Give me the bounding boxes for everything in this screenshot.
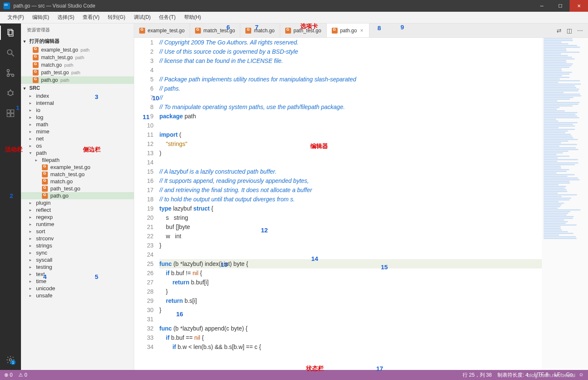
- file-tree: ▸index▸internal▸io▸log▸math▸mime▸net▸os▾…: [21, 92, 134, 370]
- chevron-icon: ▸: [29, 272, 34, 276]
- open-editor-item[interactable]: path.go path: [21, 76, 134, 84]
- editor-group: example_test.gomatch_test.gomatch.gopath…: [134, 23, 588, 370]
- file-item[interactable]: example_test.go: [21, 164, 134, 171]
- folder-item[interactable]: ▸net: [21, 135, 134, 142]
- status-eol[interactable]: LF: [554, 372, 560, 379]
- status-encoding[interactable]: UTF-8: [534, 372, 549, 379]
- open-editor-item[interactable]: match.go path: [21, 61, 134, 69]
- source-control-icon[interactable]: [5, 67, 16, 79]
- settings-gear-icon[interactable]: 1: [5, 354, 16, 366]
- svg-point-5: [12, 74, 14, 77]
- status-warnings[interactable]: ⚠ 0: [18, 372, 27, 378]
- status-language[interactable]: Go: [566, 372, 573, 379]
- folder-item[interactable]: ▸filepath: [21, 156, 134, 164]
- folder-item[interactable]: ▸unicode: [21, 285, 134, 292]
- open-editors-header[interactable]: ▾打开的编辑器: [21, 36, 134, 46]
- chevron-icon: ▸: [29, 129, 34, 134]
- folder-item[interactable]: ▸syscall: [21, 256, 134, 263]
- menu-item[interactable]: 任务(T): [156, 12, 179, 23]
- folder-item[interactable]: ▸strings: [21, 242, 134, 249]
- open-editors-list: example_test.go pathmatch_test.go pathma…: [21, 46, 134, 84]
- chevron-icon: ▸: [29, 229, 34, 234]
- go-file-icon: [42, 164, 48, 170]
- folder-item[interactable]: ▸strconv: [21, 235, 134, 242]
- folder-item[interactable]: ▸sync: [21, 249, 134, 256]
- chevron-icon: ▸: [29, 208, 34, 212]
- editor-tab[interactable]: path.go×: [327, 23, 369, 37]
- split-icon[interactable]: ◫: [567, 27, 572, 34]
- folder-item[interactable]: ▸index: [21, 92, 134, 99]
- menu-item[interactable]: 帮助(H): [181, 12, 205, 23]
- more-icon[interactable]: ⋯: [577, 27, 583, 34]
- folder-item[interactable]: ▸mime: [21, 128, 134, 135]
- file-item[interactable]: match_test.go: [21, 171, 134, 178]
- folder-item[interactable]: ▸plugin: [21, 199, 134, 206]
- go-file-icon: [42, 186, 48, 192]
- go-file-icon: [42, 172, 48, 177]
- file-item[interactable]: match.go: [21, 178, 134, 185]
- go-file-icon: [33, 70, 39, 75]
- debug-icon[interactable]: [5, 87, 16, 99]
- compare-icon[interactable]: ⇄: [557, 27, 562, 34]
- maximize-button[interactable]: ☐: [551, 0, 570, 12]
- extensions-icon[interactable]: [5, 107, 16, 119]
- menu-bar: 文件(F)编辑(E)选择(S)查看(V)转到(G)调试(D)任务(T)帮助(H): [0, 12, 588, 23]
- search-icon[interactable]: [5, 47, 16, 59]
- folder-item[interactable]: ▸testing: [21, 263, 134, 271]
- notification-badge: 1: [10, 360, 16, 365]
- folder-item[interactable]: ▸io: [21, 107, 134, 114]
- svg-rect-0: [8, 29, 12, 35]
- editor-tab[interactable]: match.go: [240, 23, 280, 37]
- go-file-icon: [33, 62, 39, 68]
- chevron-icon: ▸: [29, 243, 34, 248]
- chevron-icon: ▸: [29, 136, 34, 141]
- folder-item[interactable]: ▸math: [21, 121, 134, 128]
- folder-item[interactable]: ▸text: [21, 271, 134, 278]
- menu-item[interactable]: 选择(S): [54, 12, 78, 23]
- minimize-button[interactable]: ─: [533, 0, 551, 12]
- folder-item[interactable]: ▸runtime: [21, 221, 134, 228]
- menu-item[interactable]: 转到(G): [104, 12, 128, 23]
- status-errors[interactable]: ⊗ 0: [4, 372, 13, 378]
- chevron-icon: ▾: [29, 151, 34, 155]
- folder-item[interactable]: ▸reflect: [21, 206, 134, 213]
- editor-area[interactable]: 1234567891011121314151617181920212223242…: [134, 38, 588, 370]
- folder-item[interactable]: ▸time: [21, 278, 134, 285]
- file-item[interactable]: path_test.go: [21, 185, 134, 192]
- folder-item[interactable]: ▸sort: [21, 228, 134, 235]
- editor-tab[interactable]: example_test.go: [134, 23, 190, 37]
- folder-item[interactable]: ▸log: [21, 114, 134, 121]
- menu-item[interactable]: 调试(D): [130, 12, 154, 23]
- folder-item[interactable]: ▸internal: [21, 99, 134, 107]
- folder-item[interactable]: ▸unsafe: [21, 292, 134, 299]
- menu-item[interactable]: 查看(V): [79, 12, 103, 23]
- status-position[interactable]: 行 25，列 38: [463, 372, 492, 379]
- chevron-icon: ▸: [29, 200, 34, 205]
- explorer-icon[interactable]: [5, 27, 16, 39]
- editor-tab[interactable]: match_test.go: [190, 23, 240, 37]
- title-bar: path.go — src — Visual Studio Code ─ ☐ ✕: [0, 0, 588, 12]
- activity-bar: 1: [0, 23, 21, 370]
- code-content[interactable]: // Copyright 2009 The Go Authors. All ri…: [159, 38, 542, 370]
- svg-line-3: [12, 54, 14, 57]
- folder-item[interactable]: ▸regexp: [21, 213, 134, 221]
- editor-tab[interactable]: path_test.go: [280, 23, 327, 37]
- open-editor-item[interactable]: path_test.go path: [21, 69, 134, 76]
- workspace-header[interactable]: ▾SRC: [21, 84, 134, 92]
- file-item[interactable]: path.go: [21, 192, 134, 199]
- menu-item[interactable]: 文件(F): [4, 12, 27, 23]
- open-editor-item[interactable]: example_test.go path: [21, 46, 134, 54]
- folder-item[interactable]: ▸os: [21, 142, 134, 149]
- go-file-icon: [42, 179, 48, 185]
- status-spaces[interactable]: 制表符长度: 4: [497, 372, 528, 379]
- go-file-icon: [42, 193, 48, 199]
- minimap[interactable]: [542, 38, 588, 370]
- chevron-icon: ▸: [29, 122, 34, 127]
- status-feedback-icon[interactable]: ☺: [579, 372, 584, 379]
- close-tab-icon[interactable]: ×: [359, 28, 364, 34]
- close-button[interactable]: ✕: [570, 0, 588, 12]
- chevron-icon: ▸: [29, 108, 34, 112]
- menu-item[interactable]: 编辑(E): [29, 12, 52, 23]
- open-editor-item[interactable]: match_test.go path: [21, 54, 134, 61]
- folder-item[interactable]: ▾path: [21, 149, 134, 156]
